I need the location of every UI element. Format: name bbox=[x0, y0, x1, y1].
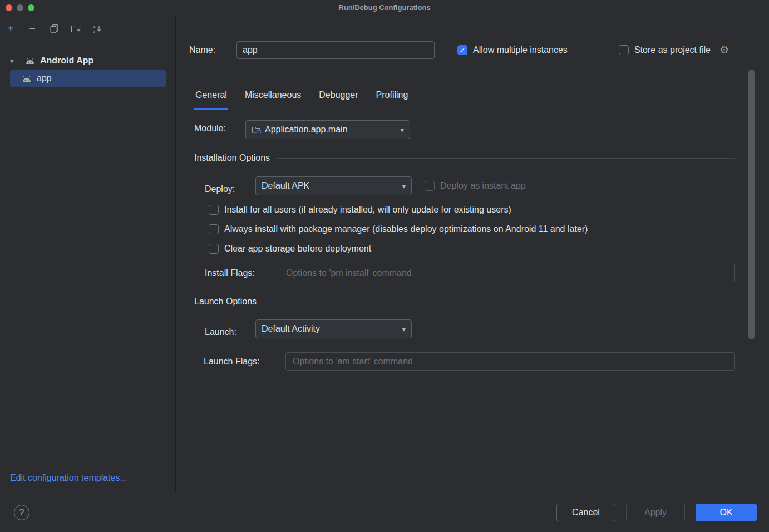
tab-profiling[interactable]: Profiling bbox=[375, 83, 410, 110]
run-debug-configurations-dialog: Run/Debug Configurations + − bbox=[0, 0, 769, 532]
section-divider bbox=[277, 158, 735, 159]
launch-flags-label: Launch Flags: bbox=[204, 352, 260, 371]
checkbox-unchecked-icon[interactable] bbox=[619, 45, 629, 55]
deploy-dropdown[interactable]: Default APK ▾ bbox=[255, 176, 412, 195]
module-label: Module: bbox=[194, 124, 226, 134]
tree-item-app[interactable]: app bbox=[10, 70, 166, 87]
launch-options-title: Launch Options bbox=[194, 297, 257, 307]
checkbox-unchecked-icon[interactable] bbox=[209, 205, 219, 215]
launch-flags-input[interactable] bbox=[285, 352, 735, 371]
always-install-package-manager-checkbox[interactable]: Always install with package manager (dis… bbox=[209, 224, 588, 234]
configuration-editor: Name: ✓ Allow multiple instances Store a… bbox=[176, 16, 769, 492]
help-icon: ? bbox=[19, 508, 24, 518]
apply-button[interactable]: Apply bbox=[626, 504, 685, 521]
gear-icon[interactable]: ⚙ bbox=[719, 45, 729, 55]
dropdown-arrow-icon: ▾ bbox=[400, 126, 404, 134]
checkbox-unchecked-icon[interactable] bbox=[209, 224, 219, 234]
tab-bar: General Miscellaneous Debugger Profiling bbox=[194, 83, 409, 110]
name-label: Name: bbox=[189, 41, 215, 59]
install-for-all-users-label: Install for all users (if already instal… bbox=[224, 205, 511, 215]
launch-dropdown[interactable]: Default Activity ▾ bbox=[255, 319, 412, 338]
installation-options-title: Installation Options bbox=[194, 153, 270, 163]
deploy-as-instant-app-label: Deploy as instant app bbox=[440, 181, 526, 191]
edit-configuration-templates-link[interactable]: Edit configuration templates... bbox=[10, 473, 127, 483]
install-flags-label: Install Flags: bbox=[205, 264, 255, 282]
window-title: Run/Debug Configurations bbox=[0, 0, 769, 16]
sort-configurations-icon[interactable]: a z bbox=[92, 23, 102, 33]
checkbox-unchecked-icon[interactable] bbox=[209, 244, 219, 254]
dialog-footer: ? Cancel Apply OK bbox=[0, 492, 769, 532]
deploy-as-instant-app-checkbox: Deploy as instant app bbox=[425, 181, 526, 191]
tree-group-label: Android App bbox=[40, 56, 93, 66]
svg-text:z: z bbox=[93, 28, 95, 33]
add-configuration-icon[interactable]: + bbox=[6, 23, 16, 33]
configurations-sidebar: + − a z bbox=[0, 16, 176, 492]
module-value: Application.app.main bbox=[265, 125, 348, 135]
dropdown-arrow-icon: ▾ bbox=[402, 325, 406, 333]
checkbox-disabled-icon bbox=[425, 181, 435, 191]
store-as-project-file-checkbox[interactable]: Store as project file ⚙ bbox=[619, 45, 729, 55]
vertical-scrollbar[interactable] bbox=[748, 70, 755, 339]
tree-item-label: app bbox=[37, 73, 52, 83]
deploy-value: Default APK bbox=[262, 181, 309, 191]
remove-configuration-icon[interactable]: − bbox=[27, 23, 37, 33]
installation-options-section: Installation Options bbox=[194, 153, 735, 163]
clear-app-storage-label: Clear app storage before deployment bbox=[224, 244, 371, 254]
clear-app-storage-checkbox[interactable]: Clear app storage before deployment bbox=[209, 244, 371, 254]
checkbox-checked-icon[interactable]: ✓ bbox=[457, 45, 467, 55]
ok-button[interactable]: OK bbox=[696, 504, 757, 521]
always-install-package-manager-label: Always install with package manager (dis… bbox=[224, 224, 588, 234]
module-dropdown[interactable]: Application.app.main ▾ bbox=[245, 120, 410, 139]
titlebar: Run/Debug Configurations bbox=[0, 0, 769, 16]
install-for-all-users-checkbox[interactable]: Install for all users (if already instal… bbox=[209, 205, 511, 215]
allow-multiple-instances-label: Allow multiple instances bbox=[473, 45, 568, 55]
dialog-body: + − a z bbox=[0, 16, 769, 492]
tab-debugger[interactable]: Debugger bbox=[318, 83, 359, 110]
tab-general[interactable]: General bbox=[194, 83, 228, 110]
copy-configuration-icon[interactable] bbox=[49, 23, 59, 33]
chevron-down-icon[interactable]: ▾ bbox=[10, 57, 19, 65]
module-icon bbox=[252, 125, 261, 134]
launch-options-section: Launch Options bbox=[194, 297, 735, 307]
sidebar-toolbar: + − a z bbox=[6, 23, 102, 33]
install-flags-input[interactable] bbox=[279, 264, 735, 282]
name-input[interactable] bbox=[236, 41, 435, 59]
launch-value: Default Activity bbox=[262, 324, 320, 334]
android-icon bbox=[21, 75, 32, 82]
cancel-button[interactable]: Cancel bbox=[556, 504, 615, 521]
store-as-project-file-label: Store as project file bbox=[634, 45, 711, 55]
launch-label: Launch: bbox=[205, 323, 236, 342]
deploy-label: Deploy: bbox=[205, 180, 235, 199]
android-icon bbox=[24, 57, 36, 65]
section-divider bbox=[263, 302, 735, 302]
new-folder-icon[interactable] bbox=[71, 23, 81, 33]
dropdown-arrow-icon: ▾ bbox=[402, 182, 406, 190]
allow-multiple-instances-checkbox[interactable]: ✓ Allow multiple instances bbox=[457, 45, 568, 55]
help-button[interactable]: ? bbox=[14, 505, 29, 520]
tree-group-android-app[interactable]: ▾ Android App bbox=[0, 52, 175, 69]
tab-miscellaneous[interactable]: Miscellaneous bbox=[244, 83, 302, 110]
